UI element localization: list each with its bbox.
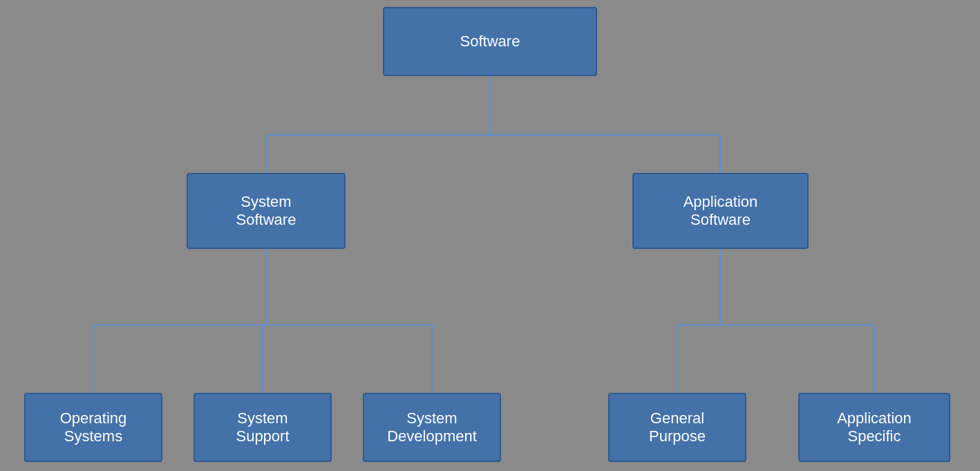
node-software: Software [383,7,597,76]
node-operating-systems: OperatingSystems [24,393,162,462]
node-system-support: SystemSupport [194,393,332,462]
node-system-support-label: SystemSupport [236,409,289,446]
node-software-label: Software [460,33,520,50]
node-application-specific-label: ApplicationSpecific [837,409,912,446]
node-system-development-label: SystemDevelopment [387,409,477,446]
node-system-development: SystemDevelopment [363,393,501,462]
node-application-software: ApplicationSoftware [632,173,809,249]
node-operating-systems-label: OperatingSystems [60,409,127,446]
node-system-software: SystemSoftware [187,173,346,249]
node-system-software-label: SystemSoftware [236,193,296,230]
node-general-purpose-label: GeneralPurpose [649,409,706,446]
node-application-software-label: ApplicationSoftware [684,193,758,230]
node-general-purpose: GeneralPurpose [608,393,746,462]
diagram-container: Software SystemSoftware ApplicationSoftw… [0,0,980,471]
node-application-specific: ApplicationSpecific [798,393,950,462]
